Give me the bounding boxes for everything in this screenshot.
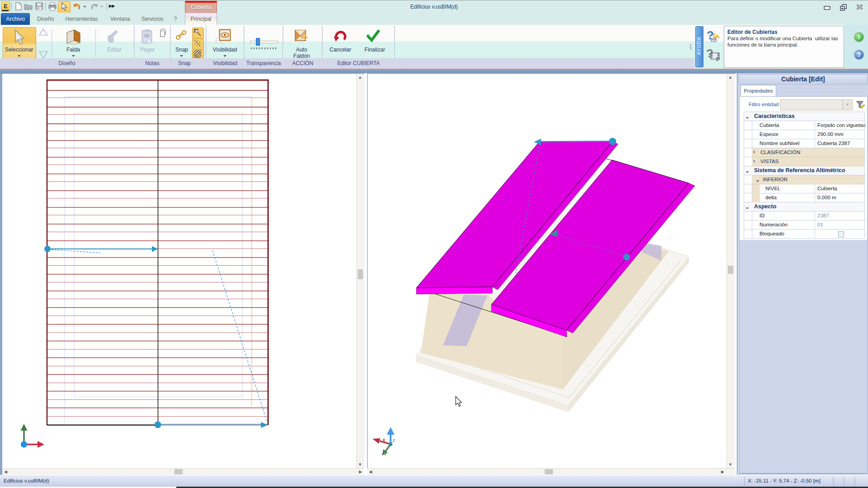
svg-text:y: y bbox=[384, 451, 387, 456]
svg-text:z: z bbox=[392, 437, 395, 443]
svg-text:x: x bbox=[382, 437, 386, 442]
